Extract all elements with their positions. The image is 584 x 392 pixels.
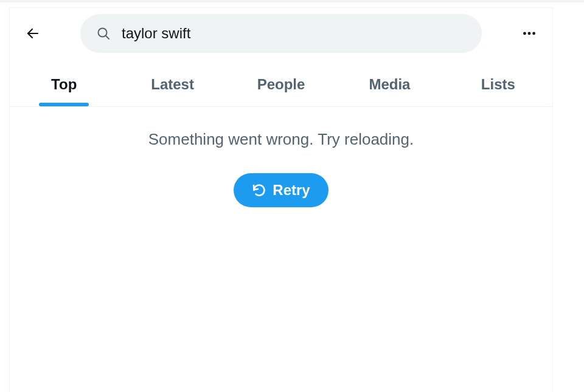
retry-label: Retry [273, 182, 310, 199]
search-tabs: Top Latest People Media Lists [10, 63, 552, 107]
refresh-icon [252, 183, 266, 198]
right-gutter [553, 2, 584, 392]
tab-label: Latest [151, 76, 194, 92]
search-icon [96, 26, 111, 41]
content-area: Something went wrong. Try reloading. Ret… [10, 107, 552, 207]
svg-point-4 [528, 32, 531, 35]
tab-underline [39, 103, 89, 106]
search-box[interactable] [80, 14, 482, 53]
search-input[interactable] [122, 25, 466, 42]
retry-button[interactable]: Retry [234, 173, 328, 207]
tab-label: People [257, 76, 305, 92]
tab-label: Media [369, 76, 410, 92]
tab-top[interactable]: Top [10, 63, 118, 106]
search-container [80, 14, 482, 53]
search-header [10, 8, 552, 59]
app-frame: Top Latest People Media Lists Something … [0, 2, 584, 392]
tab-people[interactable]: People [227, 63, 335, 106]
tab-media[interactable]: Media [335, 63, 443, 106]
left-gutter [0, 2, 9, 392]
more-horizontal-icon [521, 26, 537, 41]
svg-point-5 [532, 32, 535, 35]
back-arrow-icon [26, 26, 40, 41]
svg-line-2 [106, 36, 109, 39]
svg-point-3 [523, 32, 526, 35]
tab-label: Lists [481, 76, 515, 92]
tab-latest[interactable]: Latest [118, 63, 226, 106]
main-column: Top Latest People Media Lists Something … [9, 7, 553, 392]
tab-lists[interactable]: Lists [444, 63, 552, 106]
tab-label: Top [51, 76, 77, 92]
more-options-button[interactable] [517, 21, 541, 46]
error-message: Something went wrong. Try reloading. [148, 130, 414, 149]
back-button[interactable] [21, 21, 45, 46]
